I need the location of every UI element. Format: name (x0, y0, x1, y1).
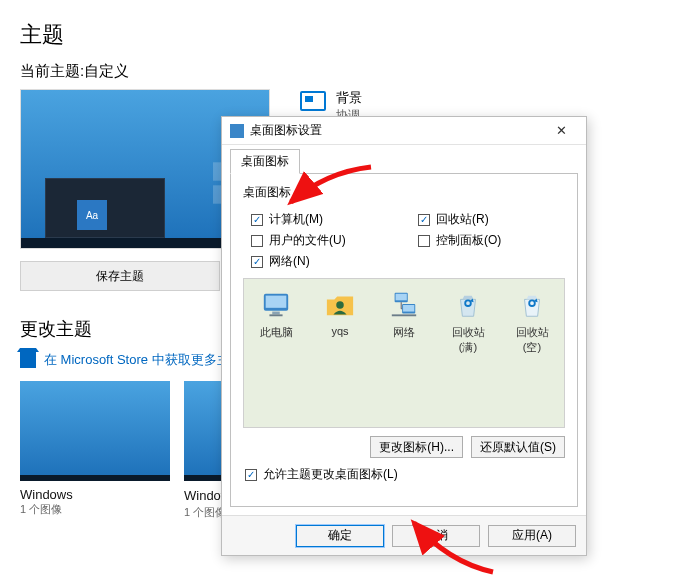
tab-strip: 桌面图标 (222, 145, 586, 174)
svg-rect-6 (272, 312, 280, 315)
checkbox-icon (251, 214, 263, 226)
change-icon-button[interactable]: 更改图标(H)... (370, 436, 463, 458)
icon-label: 此电脑 (252, 325, 300, 340)
current-theme-label: 当前主题:自定义 (20, 62, 670, 81)
desktop-icon-recycle-empty[interactable]: 回收站(空) (508, 289, 556, 355)
icon-label: 回收站(满) (444, 325, 492, 355)
checkbox-label: 允许主题更改桌面图标(L) (263, 466, 398, 483)
dialog-title: 桌面图标设置 (250, 122, 544, 139)
close-button[interactable]: ✕ (544, 120, 578, 142)
recycle-empty-icon (516, 289, 548, 321)
icon-preview-panel: 此电脑 yqs 网络 回收站(满) (243, 278, 565, 428)
save-theme-button[interactable]: 保存主题 (20, 261, 220, 291)
recycle-full-icon (452, 289, 484, 321)
dialog-icon (230, 124, 244, 138)
checkbox-icon (418, 235, 430, 247)
close-icon: ✕ (556, 123, 567, 138)
theme-name: Windows (20, 487, 170, 502)
picture-icon (300, 91, 326, 111)
theme-item[interactable]: Windows 1 个图像 (20, 381, 170, 520)
checkbox-icon (251, 256, 263, 268)
svg-rect-5 (266, 296, 287, 308)
store-link-text: 在 Microsoft Store 中获取更多主题 (44, 351, 243, 369)
checkbox-recyclebin[interactable]: 回收站(R) (418, 211, 565, 228)
checkbox-controlpanel[interactable]: 控制面板(O) (418, 232, 565, 249)
store-icon (20, 352, 36, 368)
desktop-icon-user[interactable]: yqs (316, 289, 364, 337)
svg-rect-10 (396, 294, 407, 301)
checkbox-icon (418, 214, 430, 226)
ok-button[interactable]: 确定 (296, 525, 384, 547)
checkbox-icon (245, 469, 257, 481)
checkbox-computer[interactable]: 计算机(M) (251, 211, 398, 228)
theme-sub: 1 个图像 (20, 502, 170, 517)
cancel-button[interactable]: 取消 (392, 525, 480, 547)
background-label: 背景 (336, 89, 362, 107)
icon-label: 网络 (380, 325, 428, 340)
preview-accent-tile: Aa (77, 200, 107, 230)
svg-rect-7 (269, 314, 282, 316)
monitor-icon (260, 289, 292, 321)
svg-rect-13 (392, 314, 416, 316)
theme-thumbnail (20, 381, 170, 481)
svg-rect-12 (403, 305, 414, 312)
network-icon (388, 289, 420, 321)
checkbox-label: 计算机(M) (269, 211, 323, 228)
desktop-icon-settings-dialog: 桌面图标设置 ✕ 桌面图标 桌面图标 计算机(M) 回收站(R) 用户的文件(U… (221, 116, 587, 556)
icon-label: yqs (316, 325, 364, 337)
checkbox-label: 控制面板(O) (436, 232, 501, 249)
checkbox-network[interactable]: 网络(N) (251, 253, 398, 270)
apply-button[interactable]: 应用(A) (488, 525, 576, 547)
desktop-icon-network[interactable]: 网络 (380, 289, 428, 340)
page-title: 主题 (20, 20, 670, 50)
checkbox-allow-theme-change[interactable]: 允许主题更改桌面图标(L) (245, 466, 398, 483)
checkbox-label: 网络(N) (269, 253, 310, 270)
restore-default-button[interactable]: 还原默认值(S) (471, 436, 565, 458)
tab-desktop-icons[interactable]: 桌面图标 (230, 149, 300, 174)
tab-panel: 桌面图标 计算机(M) 回收站(R) 用户的文件(U) 控制面板(O) 网络(N… (230, 173, 578, 507)
dialog-titlebar[interactable]: 桌面图标设置 ✕ (222, 117, 586, 145)
desktop-icon-thispc[interactable]: 此电脑 (252, 289, 300, 340)
checkbox-label: 用户的文件(U) (269, 232, 346, 249)
checkbox-label: 回收站(R) (436, 211, 489, 228)
icon-label: 回收站(空) (508, 325, 556, 355)
dialog-button-bar: 确定 取消 应用(A) (222, 515, 586, 555)
group-label: 桌面图标 (243, 184, 565, 201)
svg-point-8 (336, 301, 344, 309)
checkbox-userfiles[interactable]: 用户的文件(U) (251, 232, 398, 249)
desktop-icon-recycle-full[interactable]: 回收站(满) (444, 289, 492, 355)
user-folder-icon (324, 289, 356, 321)
checkbox-icon (251, 235, 263, 247)
